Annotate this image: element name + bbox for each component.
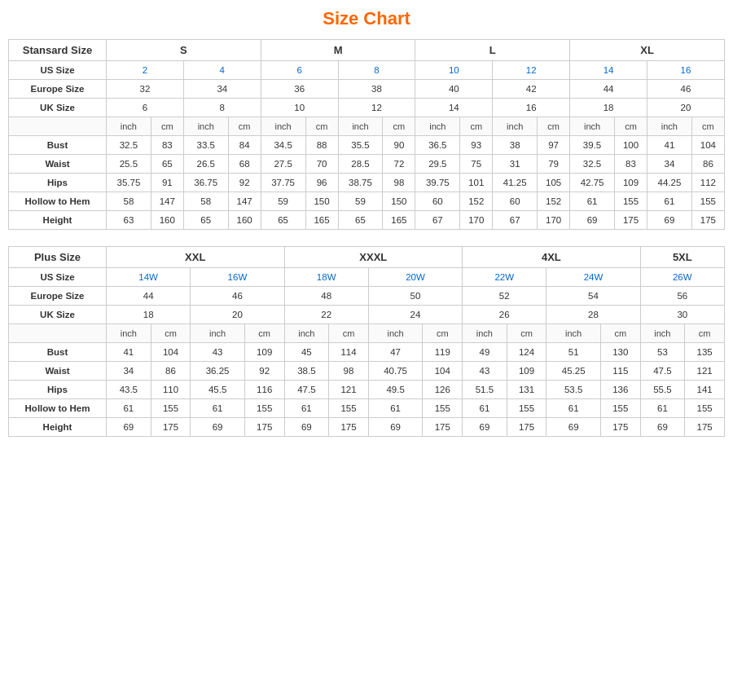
height-value: 175 <box>691 211 724 230</box>
waist-value-plus: 36.25 <box>191 362 245 381</box>
bust-value-plus: 51 <box>546 343 601 362</box>
bust-value: 38 <box>493 136 538 155</box>
plus-table: Plus Size XXL XXXL 4XL 5XL US Size14W16W… <box>8 246 725 437</box>
waist-value-plus: 34 <box>107 362 151 381</box>
unit-label: inch <box>570 117 615 136</box>
height-value: 160 <box>228 211 261 230</box>
hips-value: 42.75 <box>570 174 615 192</box>
unit-empty <box>9 324 107 343</box>
hollowToHem-value-plus: 61 <box>640 399 685 418</box>
bust-value: 32.5 <box>107 136 151 155</box>
plus-size-label: Plus Size <box>9 247 107 268</box>
europe-size-value: 46 <box>647 80 725 99</box>
height-value-plus: 175 <box>423 418 463 437</box>
waist-value-plus: 43 <box>463 362 507 381</box>
height-value: 175 <box>614 211 647 230</box>
page-title: Size Chart <box>8 8 725 29</box>
hollowToHem-value-plus: 61 <box>463 399 507 418</box>
height-value-plus: 175 <box>685 418 725 437</box>
height-value-plus: 175 <box>244 418 284 437</box>
bust-value: 36.5 <box>415 136 460 155</box>
uk-size-value: 20 <box>191 306 284 324</box>
hollowToHem-value: 58 <box>183 192 228 211</box>
height-value: 67 <box>415 211 460 230</box>
standard-size-chart: Stansard Size S M L XL US Size2468101214… <box>8 39 725 230</box>
europe-size-label: Europe Size <box>9 80 107 99</box>
us-size-value: 22W <box>463 268 546 287</box>
waist-value-plus: 47.5 <box>640 362 685 381</box>
bust-value-plus: 47 <box>368 343 423 362</box>
waist-value: 75 <box>460 155 493 174</box>
waist-label-plus: Waist <box>9 362 107 381</box>
unit-label: inch <box>647 117 692 136</box>
bust-value-plus: 53 <box>640 343 685 362</box>
hollowToHem-value-plus: 61 <box>284 399 329 418</box>
uk-size-value: 22 <box>284 306 368 324</box>
us-size-value: 6 <box>261 61 338 80</box>
uk-size-value: 18 <box>570 99 647 117</box>
waist-value-plus: 121 <box>685 362 725 381</box>
hips-value-plus: 141 <box>685 381 725 399</box>
hips-value: 38.75 <box>338 174 383 192</box>
hollowToHem-value: 150 <box>383 192 415 211</box>
hips-value: 105 <box>538 174 570 192</box>
us-size-value: 20W <box>368 268 462 287</box>
hips-value-plus: 43.5 <box>107 381 151 399</box>
uk-size-value: 10 <box>261 99 338 117</box>
waist-value: 31 <box>493 155 538 174</box>
waist-value-plus: 115 <box>600 362 640 381</box>
hollowToHem-value: 60 <box>493 192 538 211</box>
height-value: 165 <box>383 211 415 230</box>
s-header: S <box>107 40 261 61</box>
hips-value: 37.75 <box>261 174 305 192</box>
height-label: Height <box>9 211 107 230</box>
bust-value-plus: 119 <box>423 343 463 362</box>
bust-value-plus: 124 <box>507 343 546 362</box>
us-size-value: 16 <box>647 61 725 80</box>
europe-size-value: 54 <box>546 287 640 306</box>
unit-label: inch <box>546 324 601 343</box>
uk-size-value: 8 <box>183 99 261 117</box>
hips-value-plus: 53.5 <box>546 381 601 399</box>
waist-value-plus: 38.5 <box>284 362 329 381</box>
unit-label: cm <box>329 324 369 343</box>
waist-value-plus: 86 <box>151 362 191 381</box>
height-value-plus: 175 <box>151 418 191 437</box>
unit-label: inch <box>183 117 228 136</box>
unit-label: inch <box>107 117 151 136</box>
europe-size-value: 44 <box>570 80 647 99</box>
bust-value: 100 <box>614 136 647 155</box>
bust-value: 104 <box>691 136 724 155</box>
us-size-value: 14 <box>570 61 647 80</box>
us-size-value: 10 <box>415 61 493 80</box>
height-value-plus: 69 <box>640 418 685 437</box>
5xl-header: 5XL <box>640 247 724 268</box>
unit-label: cm <box>228 117 261 136</box>
bust-value: 35.5 <box>338 136 383 155</box>
height-value: 170 <box>538 211 570 230</box>
standard-table: Stansard Size S M L XL US Size2468101214… <box>8 39 725 230</box>
height-value: 65 <box>338 211 383 230</box>
hips-value-plus: 116 <box>244 381 284 399</box>
unit-label: inch <box>191 324 245 343</box>
waist-value-plus: 92 <box>244 362 284 381</box>
hips-value-plus: 49.5 <box>368 381 423 399</box>
bust-value: 83 <box>151 136 183 155</box>
xxl-header: XXL <box>107 247 285 268</box>
us-size-value: 14W <box>107 268 191 287</box>
europe-size-value: 34 <box>183 80 261 99</box>
waist-value: 65 <box>151 155 183 174</box>
us-size-value: 12 <box>493 61 570 80</box>
waist-value: 27.5 <box>261 155 305 174</box>
bust-value: 39.5 <box>570 136 615 155</box>
height-value-plus: 69 <box>191 418 245 437</box>
uk-size-value: 18 <box>107 306 191 324</box>
height-value: 67 <box>493 211 538 230</box>
plus-size-chart: Plus Size XXL XXXL 4XL 5XL US Size14W16W… <box>8 246 725 437</box>
us-size-value: 8 <box>338 61 415 80</box>
waist-value-plus: 45.25 <box>546 362 601 381</box>
unit-label: cm <box>614 117 647 136</box>
bust-value: 84 <box>228 136 261 155</box>
hollowToHem-value-plus: 155 <box>244 399 284 418</box>
unit-label: cm <box>383 117 415 136</box>
